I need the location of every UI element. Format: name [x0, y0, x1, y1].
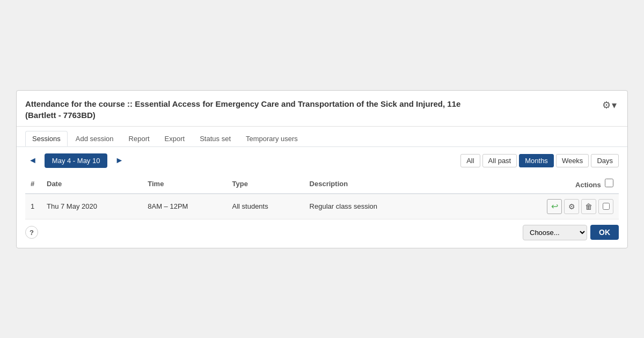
ok-button[interactable]: OK	[590, 225, 619, 240]
col-time: Time	[142, 174, 226, 194]
session-settings-button[interactable]: ⚙	[564, 199, 579, 214]
tab-add-session[interactable]: Add session	[69, 131, 121, 146]
page-header: Attendance for the course :: Essential A…	[17, 91, 627, 127]
sessions-table: # Date Time Type Description Actions 1 T…	[25, 174, 619, 219]
select-all-checkbox[interactable]	[605, 179, 613, 187]
title-line2: (Bartlett - 7763BD)	[25, 111, 96, 120]
next-date-button[interactable]: ►	[112, 155, 127, 166]
view-all-past-button[interactable]: All past	[482, 154, 517, 167]
prev-date-button[interactable]: ◄	[25, 155, 40, 166]
row-type: All students	[227, 194, 304, 219]
table-section: # Date Time Type Description Actions 1 T…	[17, 174, 627, 219]
date-nav: ◄ May 4 - May 10 ►	[25, 153, 127, 168]
help-button[interactable]: ?	[25, 226, 38, 239]
row-checkbox-button[interactable]	[598, 199, 613, 214]
choose-ok-group: Choose... OK	[523, 225, 619, 240]
row-description: Regular class session	[304, 194, 541, 219]
tabs-bar: Sessions Add session Report Export Statu…	[17, 127, 627, 147]
row-number: 1	[25, 194, 41, 219]
settings-gear-button[interactable]: ⚙ ▾	[600, 98, 619, 112]
settings-dropdown-arrow: ▾	[612, 99, 617, 111]
arrows-svg	[17, 248, 627, 248]
row-time: 8AM – 12PM	[142, 194, 226, 219]
footer-row: ? Choose... OK	[17, 219, 627, 248]
table-header-row: # Date Time Type Description Actions	[25, 174, 619, 194]
page-title: Attendance for the course :: Essential A…	[25, 98, 460, 121]
row-date: Thu 7 May 2020	[41, 194, 142, 219]
date-range-button[interactable]: May 4 - May 10	[45, 153, 108, 168]
trash-icon: 🗑	[585, 202, 592, 211]
tab-sessions[interactable]: Sessions	[25, 131, 68, 146]
take-attendance-button[interactable]: ↩	[547, 199, 562, 214]
session-gear-icon: ⚙	[568, 202, 575, 211]
col-type: Type	[227, 174, 304, 194]
tab-export[interactable]: Export	[158, 131, 192, 146]
col-date: Date	[41, 174, 142, 194]
main-container: Attendance for the course :: Essential A…	[16, 90, 628, 248]
col-actions: Actions	[541, 174, 619, 194]
col-description: Description	[304, 174, 541, 194]
help-icon-label: ?	[30, 229, 34, 237]
settings-gear-icon: ⚙	[602, 99, 611, 111]
tab-status-set[interactable]: Status set	[193, 131, 238, 146]
tab-temporary-users[interactable]: Temporary users	[239, 131, 305, 146]
row-checkbox[interactable]	[603, 203, 610, 210]
table-row: 1 Thu 7 May 2020 8AM – 12PM All students…	[25, 194, 619, 219]
view-days-button[interactable]: Days	[591, 154, 619, 167]
col-number: #	[25, 174, 41, 194]
view-buttons: All All past Months Weeks Days	[460, 154, 619, 167]
bulk-action-select[interactable]: Choose...	[523, 225, 587, 240]
controls-row: ◄ May 4 - May 10 ► All All past Months W…	[17, 147, 627, 174]
tab-report[interactable]: Report	[122, 131, 157, 146]
action-icons-group: ↩ ⚙ 🗑	[547, 199, 613, 214]
title-line1: Attendance for the course :: Essential A…	[25, 99, 460, 108]
row-actions: ↩ ⚙ 🗑	[541, 194, 619, 219]
view-all-button[interactable]: All	[460, 154, 480, 167]
view-weeks-button[interactable]: Weeks	[556, 154, 589, 167]
delete-session-button[interactable]: 🗑	[581, 199, 596, 214]
attendance-icon: ↩	[551, 201, 558, 211]
view-months-button[interactable]: Months	[519, 154, 554, 167]
